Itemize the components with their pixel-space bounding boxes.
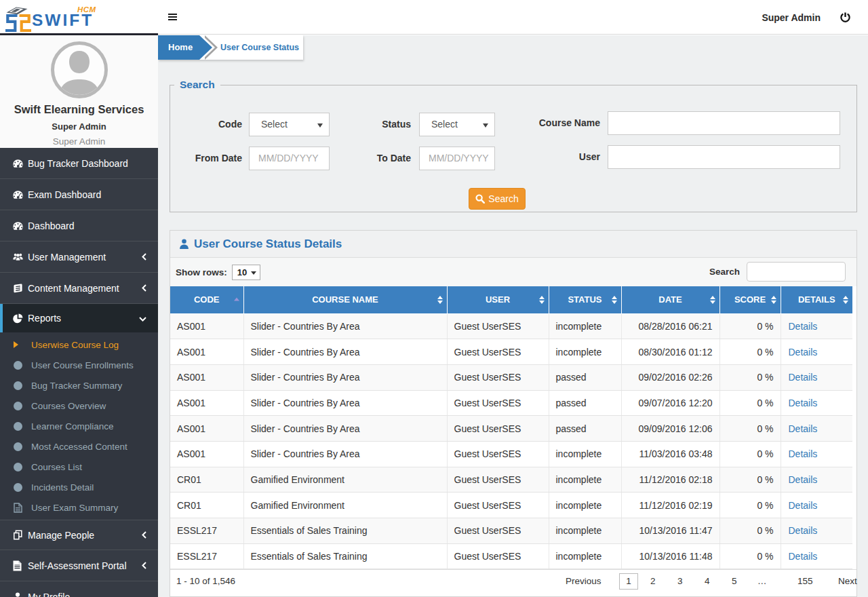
svg-text:SWIFT: SWIFT: [32, 11, 94, 29]
svg-text:HCM: HCM: [77, 5, 96, 14]
